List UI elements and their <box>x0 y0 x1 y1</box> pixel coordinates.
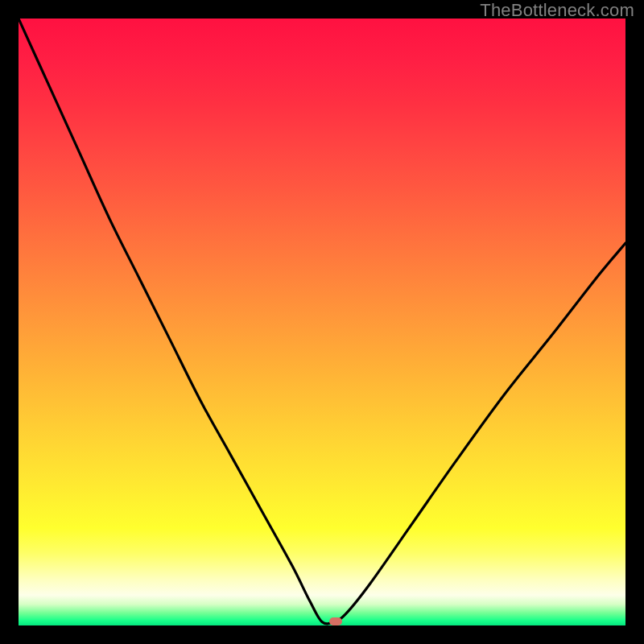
plot-area <box>19 19 625 625</box>
optimal-point-marker <box>329 617 342 625</box>
bottleneck-curve-path <box>19 19 625 624</box>
chart-frame: TheBottleneck.com <box>0 0 644 644</box>
bottleneck-curve-svg <box>19 19 625 625</box>
